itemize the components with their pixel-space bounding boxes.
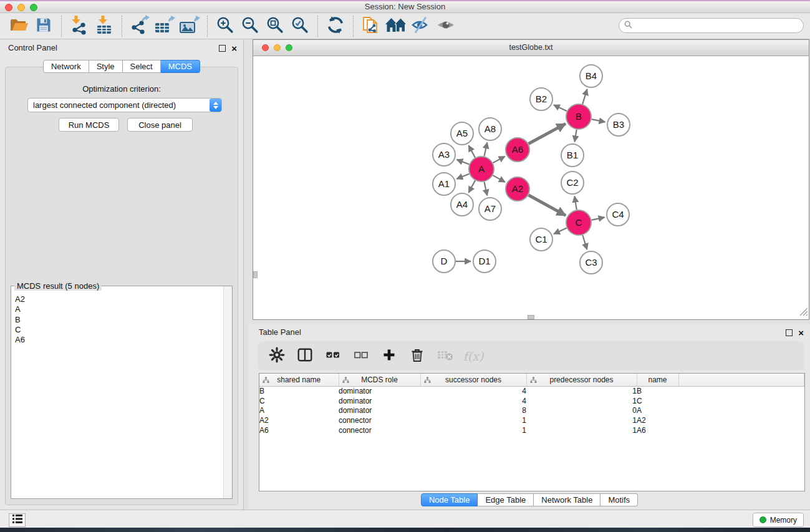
zoom-fit-button[interactable] <box>263 14 287 39</box>
graph-node-B2[interactable]: B2 <box>530 88 552 110</box>
graph-node-B3[interactable]: B3 <box>607 114 630 136</box>
optimization-criterion-label: Optimization criterion: <box>6 84 238 94</box>
gear-button[interactable] <box>268 346 286 367</box>
graph-node-B4[interactable]: B4 <box>580 65 602 87</box>
save-button[interactable] <box>31 14 56 39</box>
delete-button[interactable] <box>408 346 427 367</box>
resize-grip-icon[interactable] <box>799 307 808 319</box>
table-row[interactable]: A2connector11A2 <box>259 416 804 426</box>
column-header-name[interactable]: name <box>637 374 678 387</box>
tab-edge-table[interactable]: Edge Table <box>478 493 534 506</box>
first-neighbors-button[interactable] <box>383 14 408 39</box>
graph-node-A1[interactable]: A1 <box>433 173 455 195</box>
export-image-button[interactable] <box>177 14 202 39</box>
mcds-result-item[interactable]: A6 <box>15 335 232 345</box>
graph-node-A2[interactable]: A2 <box>506 177 529 201</box>
export-network-button[interactable] <box>127 14 152 39</box>
task-history-button[interactable] <box>9 513 26 527</box>
graph-node-B[interactable]: B <box>566 104 591 129</box>
mcds-result-item[interactable]: B <box>15 315 232 325</box>
export-table-button[interactable] <box>152 14 177 39</box>
search-box[interactable] <box>619 18 804 33</box>
network-canvas[interactable]: B4 B2 B B3 A8 A5 A6 A3 B1 A C2 A1 A2 <box>253 56 809 319</box>
network-close-button[interactable] <box>262 44 269 51</box>
add-button[interactable] <box>380 346 398 367</box>
import-table-button[interactable] <box>92 14 117 39</box>
memory-button[interactable]: Memory <box>753 513 804 527</box>
zoom-selected-button[interactable] <box>287 14 312 39</box>
column-header-mcds-role[interactable]: MCDS role <box>339 374 420 387</box>
zoom-window-button[interactable] <box>30 4 37 11</box>
graph-node-D[interactable]: D <box>433 250 455 273</box>
select-all-icon <box>325 347 340 364</box>
tab-mcds[interactable]: MCDS <box>161 60 200 73</box>
graph-node-C1[interactable]: C1 <box>530 228 552 251</box>
search-input[interactable] <box>635 21 798 31</box>
deselect-all-button[interactable] <box>352 346 370 367</box>
open-file-button[interactable] <box>6 14 31 39</box>
zoom-out-button[interactable] <box>238 14 263 39</box>
close-panel-button[interactable]: Close panel <box>127 118 193 132</box>
column-header-predecessor-nodes[interactable]: predecessor nodes <box>526 374 637 387</box>
close-panel-icon[interactable]: × <box>231 44 237 53</box>
table-panel: Table Panel × f(x) shared nameMCDS roles… <box>249 324 810 510</box>
graph-node-B1[interactable]: B1 <box>561 144 584 167</box>
combo-stepper-icon <box>210 99 221 112</box>
table-row[interactable]: Bdominator41B <box>259 387 804 397</box>
minimize-window-button[interactable] <box>17 4 25 11</box>
graph-node-A[interactable]: A <box>469 157 494 181</box>
table-row[interactable]: Cdominator41C <box>259 397 804 407</box>
add-icon <box>382 347 397 364</box>
mcds-result-box: MCDS result (5 nodes) A2ABCA6 <box>11 286 233 499</box>
network-file-button[interactable] <box>359 14 383 39</box>
tab-network[interactable]: Network <box>43 60 89 73</box>
show-all-button[interactable] <box>433 14 458 39</box>
tab-select[interactable]: Select <box>123 60 161 73</box>
graph-node-C[interactable]: C <box>566 210 591 235</box>
graph-node-A5[interactable]: A5 <box>451 122 473 145</box>
table-row[interactable]: A6connector11A6 <box>259 426 804 436</box>
svg-text:A: A <box>478 163 485 174</box>
optimization-criterion-select[interactable]: largest connected component (directed) <box>27 98 222 112</box>
mcds-result-item[interactable]: A2 <box>15 294 232 304</box>
graph-node-C4[interactable]: C4 <box>607 203 629 226</box>
network-zoom-button[interactable] <box>286 44 292 51</box>
mcds-result-item[interactable]: A <box>15 304 232 314</box>
graph-node-C3[interactable]: C3 <box>580 251 602 274</box>
graph-node-A8[interactable]: A8 <box>479 118 501 140</box>
columns-button[interactable] <box>296 346 314 367</box>
column-header-successor-nodes[interactable]: successor nodes <box>420 374 526 387</box>
refresh-button[interactable] <box>323 14 348 39</box>
select-all-button[interactable] <box>324 346 342 367</box>
close-window-button[interactable] <box>5 4 12 11</box>
float-table-panel-icon[interactable] <box>786 329 793 336</box>
column-header-shared-name[interactable]: shared name <box>259 374 339 387</box>
main-toolbar <box>0 13 810 39</box>
result-scrollbar[interactable] <box>223 286 232 498</box>
float-panel-icon[interactable] <box>219 45 226 52</box>
tab-node-table[interactable]: Node Table <box>421 493 478 506</box>
close-table-panel-icon[interactable]: × <box>798 328 804 337</box>
import-network-button[interactable] <box>67 14 92 39</box>
zoom-in-button[interactable] <box>213 14 238 39</box>
table-row[interactable]: Adominator80A <box>259 406 804 416</box>
fx-icon: f(x) <box>463 349 484 363</box>
graph-node-A6[interactable]: A6 <box>506 138 529 162</box>
graph-node-D1[interactable]: D1 <box>473 250 496 273</box>
mcds-result-item[interactable]: C <box>15 325 232 335</box>
graph-node-A7[interactable]: A7 <box>479 198 501 220</box>
horizontal-scroll-thumb[interactable] <box>528 315 534 319</box>
tab-network-table[interactable]: Network Table <box>534 493 600 506</box>
svg-text:A5: A5 <box>456 128 468 138</box>
network-minimize-button[interactable] <box>274 44 281 51</box>
graph-node-C2[interactable]: C2 <box>561 172 584 194</box>
graph-node-A3[interactable]: A3 <box>433 143 455 166</box>
run-mcds-button[interactable]: Run MCDS <box>59 118 119 132</box>
column-label: name <box>648 375 667 384</box>
tab-style[interactable]: Style <box>89 60 123 73</box>
graph-node-A4[interactable]: A4 <box>451 193 473 216</box>
vertical-scroll-thumb[interactable] <box>253 271 258 278</box>
tab-motifs[interactable]: Motifs <box>600 493 638 506</box>
hide-selected-button[interactable] <box>408 14 433 39</box>
graph-edge-C-C1 <box>554 228 567 234</box>
